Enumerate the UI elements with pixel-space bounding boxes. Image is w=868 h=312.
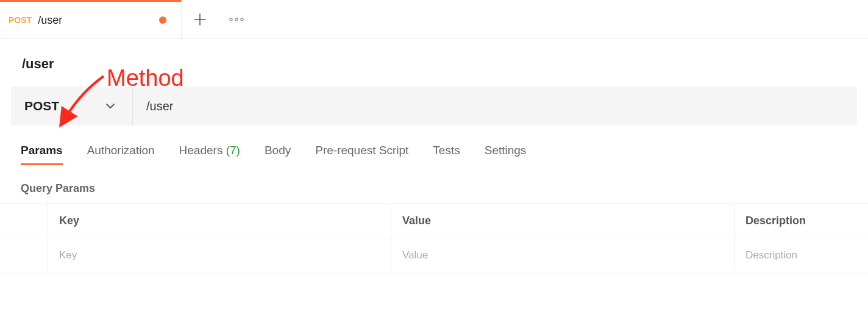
param-description-input[interactable] [745, 249, 857, 261]
tab-request-user[interactable]: POST /user [0, 0, 182, 38]
tab-settings[interactable]: Settings [485, 144, 527, 165]
url-bar: POST [11, 87, 857, 126]
tab-pre-request-script[interactable]: Pre-request Script [315, 144, 408, 165]
tab-headers-count: (7) [226, 144, 240, 157]
section-label-query-params: Query Params [0, 170, 868, 204]
svg-point-0 [230, 18, 232, 20]
tab-body[interactable]: Body [265, 144, 291, 165]
param-value-input[interactable] [402, 249, 723, 261]
new-tab-button[interactable] [182, 0, 218, 38]
tab-bar: POST /user [0, 0, 868, 39]
param-key-input[interactable] [59, 249, 380, 261]
col-header-value: Value [391, 204, 734, 238]
tab-headers-label: Headers [179, 144, 223, 157]
row-handle-header [0, 204, 48, 238]
tab-authorization[interactable]: Authorization [87, 144, 155, 165]
svg-point-2 [241, 18, 243, 20]
col-header-description: Description [734, 204, 868, 238]
query-params-table: Key Value Description [0, 204, 868, 272]
more-horizontal-icon [229, 17, 244, 22]
unsaved-indicator-icon [159, 16, 166, 24]
table-header-row: Key Value Description [0, 204, 868, 238]
tab-tests[interactable]: Tests [433, 144, 460, 165]
plus-icon [193, 13, 207, 26]
request-subtabs: Params Authorization Headers (7) Body Pr… [0, 126, 868, 170]
request-url-input[interactable] [133, 87, 857, 126]
request-title[interactable]: /user [22, 56, 54, 71]
tab-overflow-button[interactable] [218, 0, 255, 38]
tab-title: /user [38, 14, 62, 27]
tab-method-label: POST [9, 15, 32, 25]
row-handle[interactable] [0, 238, 48, 272]
tab-headers[interactable]: Headers (7) [179, 144, 240, 165]
chevron-down-icon [105, 101, 115, 112]
table-row [0, 238, 868, 272]
http-method-value: POST [24, 99, 59, 113]
http-method-select[interactable]: POST [11, 87, 133, 126]
tab-params[interactable]: Params [21, 144, 63, 165]
col-header-key: Key [48, 204, 391, 238]
svg-point-1 [235, 18, 238, 20]
request-title-row: /user [0, 39, 868, 87]
